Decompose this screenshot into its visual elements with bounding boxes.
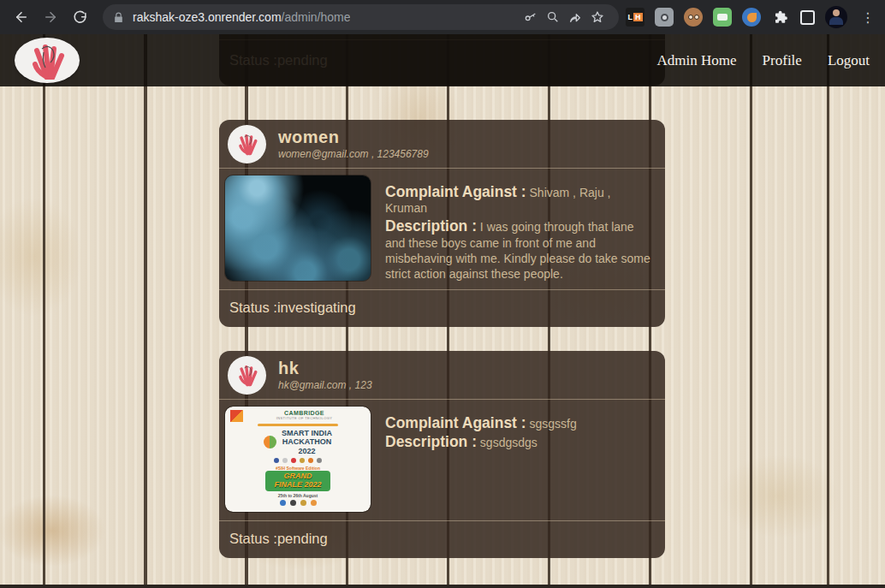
user-contact: women@gmail.com , 123456789 xyxy=(278,149,429,161)
card-header: hk hk@gmail.com , 123 xyxy=(219,351,665,400)
status-text: Status :investigating xyxy=(219,290,665,327)
poster-finale-line2: FINALE 2022 xyxy=(274,480,321,489)
complaint-card: women women@gmail.com , 123456789 Compla… xyxy=(219,120,665,327)
complaint-card: hk hk@gmail.com , 123 CAMBRIDGE INSTITUT… xyxy=(219,351,665,558)
extension-mail-icon[interactable] xyxy=(713,8,732,27)
poster-brand-logo xyxy=(230,410,243,422)
page-footer-strip xyxy=(0,585,885,588)
poster-title-row: SMART INDIA HACKATHON 2022 xyxy=(264,429,332,455)
site-logo[interactable] xyxy=(15,38,80,83)
complaint-details: Complaint Against : Shivam , Raju , Krum… xyxy=(385,175,658,282)
poster-finale-banner: GRAND FINALE 2022 xyxy=(265,471,330,491)
poster-partner-logos xyxy=(274,458,322,463)
user-contact: hk@gmail.com , 123 xyxy=(278,380,372,392)
complaint-details: Complaint Against : sgsgssfg Description… xyxy=(385,406,658,513)
share-icon[interactable] xyxy=(564,6,586,28)
back-icon[interactable] xyxy=(7,3,36,32)
extensions-puzzle-icon[interactable] xyxy=(771,8,790,27)
bulb-icon xyxy=(264,436,276,448)
extension-lh-icon[interactable]: LH xyxy=(626,8,644,27)
extension-avatar-glasses-icon[interactable] xyxy=(684,8,703,27)
side-panel-icon[interactable] xyxy=(800,10,815,25)
poster-finale-line1: GRAND xyxy=(284,472,312,480)
card-body: Complaint Against : Shivam , Raju , Krum… xyxy=(219,169,665,290)
user-avatar xyxy=(228,356,266,395)
card-body: CAMBRIDGE INSTITUTE OF TECHNOLOGY SMART … xyxy=(219,400,665,521)
poster-divider xyxy=(258,424,339,426)
zoom-search-icon[interactable] xyxy=(542,6,564,28)
poster-year: 2022 xyxy=(298,447,315,455)
user-name: women xyxy=(278,128,429,147)
description-value: sgsdgsdgs xyxy=(480,436,538,449)
extension-camera-icon[interactable] xyxy=(655,8,674,27)
poster-title-line2: HACKATHON xyxy=(282,437,331,446)
user-name: hk xyxy=(278,359,372,378)
password-key-icon[interactable] xyxy=(520,6,542,28)
description-label: Description : xyxy=(385,217,477,235)
complaint-evidence-image: CAMBRIDGE INSTITUTE OF TECHNOLOGY SMART … xyxy=(224,406,371,513)
url-path: /admin/home xyxy=(282,10,351,24)
site-navbar: Admin Home Profile Logout xyxy=(0,34,885,86)
extension-bird-icon[interactable] xyxy=(742,8,761,27)
complaint-against-label: Complaint Against : xyxy=(385,414,526,431)
poster-cambridge-title: CAMBRIDGE xyxy=(284,410,324,416)
description-label: Description : xyxy=(385,433,477,450)
nav-admin-home-link[interactable]: Admin Home xyxy=(657,52,737,69)
forward-icon[interactable] xyxy=(36,3,65,32)
lock-icon[interactable] xyxy=(113,12,124,23)
blue-ink-photo xyxy=(225,175,371,281)
poster-top: CAMBRIDGE INSTITUTE OF TECHNOLOGY xyxy=(230,410,365,422)
nav-logout-link[interactable]: Logout xyxy=(828,52,870,69)
extensions-row: LH ⋮ xyxy=(626,6,878,28)
browser-toolbar: rakshak-oze3.onrender.com/admin/home LH … xyxy=(0,0,885,34)
url-text: rakshak-oze3.onrender.com/admin/home xyxy=(133,10,350,24)
bookmark-star-icon[interactable] xyxy=(586,6,609,28)
complaint-against-value: sgsgssfg xyxy=(530,417,577,431)
nav-profile-link[interactable]: Profile xyxy=(763,52,802,69)
poster-title: SMART INDIA HACKATHON 2022 xyxy=(282,429,332,455)
page-background: Status :pending Admin Home Profile xyxy=(0,34,885,588)
address-bar[interactable]: rakshak-oze3.onrender.com/admin/home xyxy=(103,4,619,30)
browser-profile-avatar[interactable] xyxy=(825,6,847,28)
poster-footer-logos xyxy=(280,500,317,506)
navbar-links: Admin Home Profile Logout xyxy=(657,52,885,69)
user-avatar xyxy=(228,125,266,163)
url-host: rakshak-oze3.onrender.com xyxy=(133,10,282,24)
card-header: women women@gmail.com , 123456789 xyxy=(219,120,665,169)
poster-title-line1: SMART INDIA xyxy=(282,429,332,437)
browser-menu-icon[interactable]: ⋮ xyxy=(858,9,878,26)
poster-cambridge: CAMBRIDGE INSTITUTE OF TECHNOLOGY xyxy=(243,410,365,420)
complaint-evidence-image xyxy=(224,175,371,282)
poster-cambridge-sub: INSTITUTE OF TECHNOLOGY xyxy=(243,416,365,420)
poster-date: 25th to 26th August xyxy=(278,493,318,498)
refresh-icon[interactable] xyxy=(65,3,94,32)
user-identity: women women@gmail.com , 123456789 xyxy=(278,128,429,161)
ext-lh-l: L xyxy=(628,13,633,21)
status-text: Status :pending xyxy=(219,521,665,558)
ext-lh-h: H xyxy=(633,13,643,21)
user-identity: hk hk@gmail.com , 123 xyxy=(278,359,372,392)
complaint-against-label: Complaint Against : xyxy=(385,183,526,200)
hackathon-poster: CAMBRIDGE INSTITUTE OF TECHNOLOGY SMART … xyxy=(225,407,371,512)
